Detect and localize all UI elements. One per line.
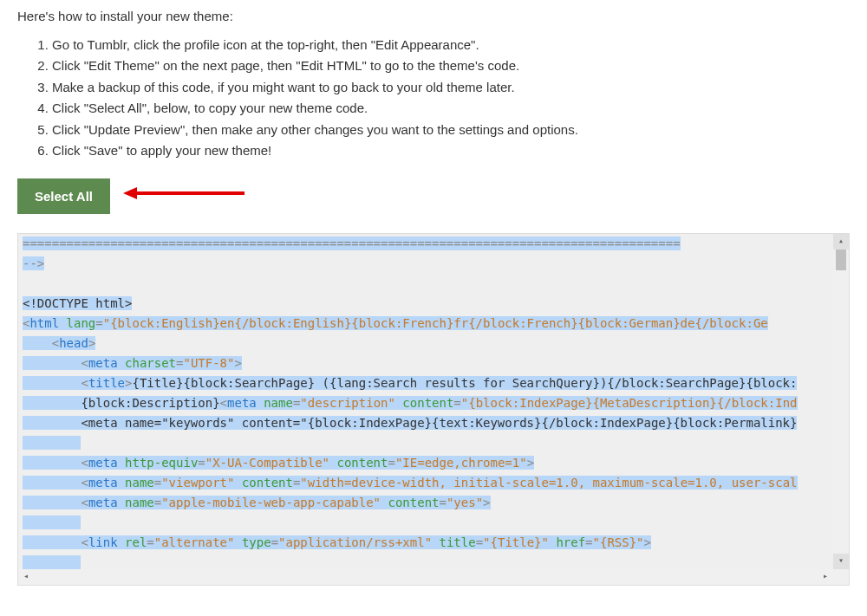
vertical-scrollbar[interactable]: ▴ ▾ (833, 234, 849, 585)
step-item: Click "Edit Theme" on the next page, the… (52, 56, 850, 76)
select-all-button[interactable]: Select All (17, 178, 110, 214)
scroll-down-icon[interactable]: ▾ (833, 554, 849, 569)
step-item: Go to Tumblr, click the profile icon at … (52, 36, 850, 55)
arrow-left-icon (123, 185, 244, 207)
code-content: ========================================… (23, 234, 849, 572)
scroll-up-icon[interactable]: ▴ (833, 234, 849, 250)
scroll-thumb[interactable] (836, 250, 846, 270)
horizontal-scrollbar[interactable]: ◂ ▸ (18, 569, 833, 585)
svg-marker-1 (123, 187, 137, 199)
code-block[interactable]: ========================================… (17, 233, 850, 586)
intro-text: Here's how to install your new theme: (17, 7, 850, 27)
scroll-left-icon[interactable]: ◂ (18, 569, 34, 585)
step-item: Click "Select All", below, to copy your … (52, 99, 850, 119)
step-item: Click "Save" to apply your new theme! (52, 141, 850, 161)
step-item: Click "Update Preview", then make any ot… (52, 120, 850, 140)
step-item: Make a backup of this code, if you might… (52, 78, 850, 98)
install-steps: Go to Tumblr, click the profile icon at … (17, 36, 850, 161)
scroll-right-icon[interactable]: ▸ (818, 569, 833, 585)
